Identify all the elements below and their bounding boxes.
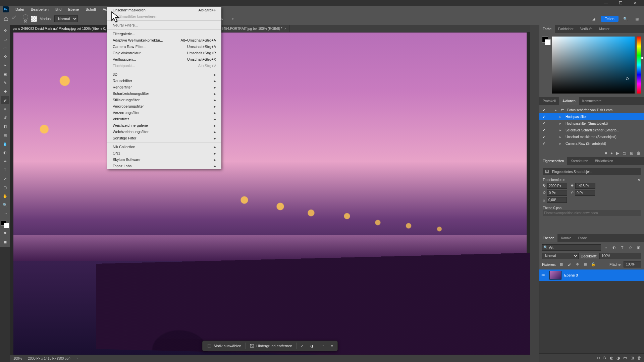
stamp-tool-icon[interactable]: ⎈ (1, 105, 9, 113)
filter-smart-icon[interactable]: ▣ (635, 245, 641, 251)
lasso-tool-icon[interactable]: ◠ (1, 44, 9, 52)
panel-tab-bibliotheken[interactable]: Bibliotheken (592, 157, 616, 165)
menu-item[interactable]: Sonstige Filter▶ (107, 135, 221, 141)
menu-item[interactable]: Skylum Software▶ (107, 156, 221, 163)
fx-icon[interactable]: fx (603, 356, 606, 360)
brush-size-value[interactable]: 50 (24, 20, 27, 23)
action-row[interactable]: ✔▸Camera Raw (Smartobjekt) (539, 140, 644, 147)
menu-item[interactable]: Verflüssigen...Umschalt+Strg+X (107, 56, 221, 62)
panel-tab-kanäle[interactable]: Kanäle (557, 234, 575, 242)
action-row[interactable]: ✔▸Selektiver Scharfzeichner (Smarto... (539, 127, 644, 133)
color-field[interactable] (552, 37, 635, 94)
gradient-tool-icon[interactable]: ▤ (1, 131, 9, 139)
color-fgbg-swatch[interactable] (542, 37, 550, 94)
angle-input[interactable] (547, 197, 567, 203)
hue-slider[interactable] (637, 37, 641, 94)
record-icon[interactable]: ● (610, 151, 613, 156)
new-set-icon[interactable]: 🗀 (623, 151, 627, 156)
reset-transform-icon[interactable]: ↺ (638, 178, 641, 182)
share-button[interactable]: Teilen (601, 16, 619, 22)
crop-tool-icon[interactable]: ✂ (1, 61, 9, 69)
canvas[interactable]: Motiv auswählen Hintergrund entfernen ⤢ … (10, 33, 530, 355)
doc-info[interactable]: 2000 Px x 1415 Px (300 ppi) (28, 357, 70, 360)
type-tool-icon[interactable]: T (1, 166, 9, 174)
height-input[interactable] (575, 183, 595, 189)
fg-bg-color-swatch[interactable] (1, 220, 9, 228)
panel-tab-korrekturen[interactable]: Korrekturen (567, 157, 591, 165)
visibility-icon[interactable]: 👁 (541, 273, 547, 277)
marquee-tool-icon[interactable]: ▭ (1, 35, 9, 43)
layer-thumbnail[interactable] (549, 271, 561, 280)
new-action-icon[interactable]: ⊞ (630, 151, 633, 156)
panel-tab-farbfelder[interactable]: Farbfelder (555, 25, 577, 33)
panel-tab-kommentare[interactable]: Kommentare (579, 97, 605, 105)
layer-name[interactable]: Ebene 0 (564, 273, 578, 277)
remove-background-button[interactable]: Hintergrund entfernen (247, 342, 295, 350)
panel-tab-protokoll[interactable]: Protokoll (539, 97, 559, 105)
move-tool-icon[interactable]: ✥ (1, 26, 9, 35)
workspace-icon[interactable]: ▦ (633, 14, 641, 23)
properties-icon[interactable]: ≡ (328, 343, 335, 349)
panel-tab-pfade[interactable]: Pfade (575, 234, 590, 242)
history-brush-icon[interactable]: ↺ (1, 114, 9, 122)
menu-item[interactable]: Weichzeichnergalerie▶ (107, 122, 221, 128)
blend-mode-select[interactable]: Normal (54, 15, 78, 22)
eraser-tool-icon[interactable]: ◧ (1, 122, 9, 130)
select-subject-button[interactable]: Motiv auswählen (204, 342, 244, 350)
path-tool-icon[interactable]: ↗ (1, 175, 9, 183)
menu-item[interactable]: Videofilter▶ (107, 116, 221, 122)
hand-tool-icon[interactable]: ✋ (1, 192, 9, 200)
mask-icon[interactable]: ◐ (610, 356, 613, 360)
action-row[interactable]: ✔▸Unscharf maskieren (Smartobjekt) (539, 133, 644, 140)
lock-trans-icon[interactable]: ▩ (558, 261, 564, 267)
x-input[interactable] (547, 190, 567, 196)
home-icon[interactable] (3, 15, 9, 22)
filter-shape-icon[interactable]: ◇ (627, 245, 633, 251)
panel-tab-eigenschaften[interactable]: Eigenschaften (539, 157, 567, 165)
menu-item[interactable]: Camera Raw-Filter...Umschalt+Strg+A (107, 43, 221, 50)
fill-input[interactable] (624, 261, 641, 267)
symmetry-icon[interactable]: ⌖ (228, 14, 237, 23)
stop-icon[interactable]: ■ (605, 151, 607, 156)
delete-layer-icon[interactable]: 🗑 (637, 356, 641, 360)
panel-tab-ebenen[interactable]: Ebenen (539, 234, 557, 242)
adjustment-icon[interactable]: ◑ (616, 356, 620, 360)
menu-item[interactable]: Adaptive Weitwinkelkorrektur...Alt+Umsch… (107, 37, 221, 43)
layer-search-input[interactable] (542, 244, 601, 251)
healing-tool-icon[interactable]: ✚ (1, 87, 9, 96)
panel-tab-farbe[interactable]: Farbe (539, 25, 555, 33)
eyedropper-icon[interactable]: ✎ (1, 79, 9, 87)
lock-nest-icon[interactable]: ▦ (582, 261, 588, 267)
menu-item[interactable]: Filtergalerie... (107, 31, 221, 37)
menu-item[interactable]: Stilisierungsfilter▶ (107, 97, 221, 103)
tool-preset-icon[interactable] (12, 15, 20, 23)
group-icon[interactable]: 🗀 (623, 356, 627, 360)
play-icon[interactable]: ▶ (616, 151, 619, 156)
action-row[interactable]: ✔▸Hochpassfilter (Smartobjekt) (539, 120, 644, 127)
adjust-icon[interactable]: ◑ (308, 343, 316, 350)
lock-pos-icon[interactable]: ✥ (574, 261, 580, 267)
width-input[interactable] (547, 183, 567, 189)
filter-adjust-icon[interactable]: ◐ (611, 245, 617, 251)
minimize-button[interactable]: — (598, 0, 613, 6)
frame-tool-icon[interactable]: ▣ (1, 70, 9, 78)
layer-blend-select[interactable]: Normal (542, 253, 579, 259)
menu-bild[interactable]: Bild (52, 6, 65, 13)
menu-item[interactable]: Vergröberungsfilter▶ (107, 103, 221, 109)
menu-item[interactable]: Verzerrungsfilter▶ (107, 109, 221, 116)
menu-bearbeiten[interactable]: Bearbeiten (28, 6, 52, 13)
pen-tool-icon[interactable]: ✒ (1, 157, 9, 165)
panel-tab-muster[interactable]: Muster (596, 25, 613, 33)
screenmode-icon[interactable]: ▣ (1, 238, 9, 246)
zoom-value[interactable]: 100% (13, 357, 22, 360)
y-input[interactable] (575, 190, 595, 196)
dodge-tool-icon[interactable]: ◐ (1, 148, 9, 157)
more-icon[interactable]: ⋯ (318, 343, 327, 350)
search-icon[interactable]: 🔍 (621, 14, 630, 23)
menu-item[interactable]: Nik Collection▶ (107, 143, 221, 150)
filter-type-icon[interactable]: T (619, 245, 625, 251)
link-layers-icon[interactable]: ⚯ (597, 356, 600, 360)
collapsed-panel-strip[interactable] (530, 25, 539, 362)
menu-item[interactable]: Neural Filters... (107, 22, 221, 28)
more-tools-icon[interactable]: ⋯ (1, 209, 9, 218)
